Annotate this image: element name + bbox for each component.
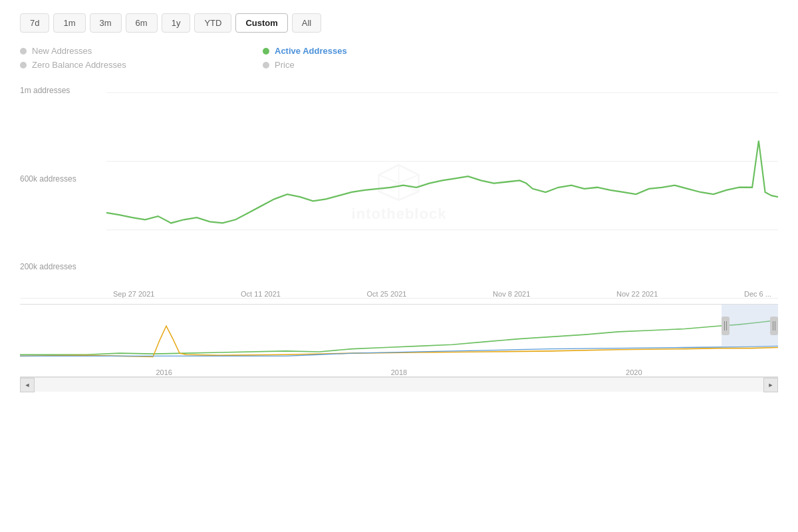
nav-handle-right[interactable] <box>770 317 778 335</box>
legend-dot-active-addresses <box>263 48 269 55</box>
y-label-1m: 1m addresses <box>20 86 76 95</box>
legend-label-zero-balance: Zero Balance Addresses <box>32 60 126 70</box>
chart-navigator[interactable]: 2016 2018 2020 <box>20 304 778 377</box>
legend-label-price: Price <box>275 60 295 70</box>
x-label-1: Oct 11 2021 <box>241 290 281 298</box>
y-label-200k: 200k addresses <box>20 262 76 271</box>
scroll-left-button[interactable]: ◄ <box>20 378 35 392</box>
nav-handle-left[interactable] <box>722 317 730 335</box>
btn-ytd[interactable]: YTD <box>194 13 231 33</box>
btn-1m[interactable]: 1m <box>53 13 85 33</box>
x-label-4: Nov 22 2021 <box>616 290 658 298</box>
time-range-selector: 7d 1m 3m 6m 1y YTD Custom All <box>20 13 778 33</box>
legend-new-addresses[interactable]: New Addresses <box>20 46 243 56</box>
nav-x-axis: 2016 2018 2020 <box>20 368 778 376</box>
x-label-5: Dec 6 ... <box>744 290 771 298</box>
y-label-600k: 600k addresses <box>20 174 76 184</box>
nav-x-label-2016: 2016 <box>156 368 172 376</box>
nav-x-label-2018: 2018 <box>391 368 407 376</box>
handle-line <box>726 321 727 331</box>
x-label-3: Nov 8 2021 <box>493 290 530 298</box>
handle-lines-left <box>724 321 727 331</box>
legend-zero-balance[interactable]: Zero Balance Addresses <box>20 60 243 70</box>
x-label-0: Sep 27 2021 <box>113 290 154 298</box>
btn-6m[interactable]: 6m <box>126 13 158 33</box>
nav-x-label-2020: 2020 <box>626 368 642 376</box>
nav-svg-container <box>20 305 778 362</box>
handle-line <box>773 321 773 331</box>
chart-svg-container <box>106 86 778 278</box>
handle-lines-right <box>773 321 775 331</box>
legend-dot-price <box>263 62 269 68</box>
btn-7d[interactable]: 7d <box>20 13 49 33</box>
handle-line <box>724 321 725 331</box>
legend-active-addresses[interactable]: Active Addresses <box>263 46 485 56</box>
scroll-bar: ◄ ► <box>20 377 778 392</box>
main-chart: 1m addresses 600k addresses 200k address… <box>20 86 778 299</box>
btn-1y[interactable]: 1y <box>162 13 191 33</box>
x-label-2: Oct 25 2021 <box>367 290 407 298</box>
btn-custom[interactable]: Custom <box>235 13 287 33</box>
scroll-right-button[interactable]: ► <box>763 378 778 392</box>
legend-label-active-addresses: Active Addresses <box>275 46 347 56</box>
legend-price[interactable]: Price <box>263 60 485 70</box>
x-axis: Sep 27 2021 Oct 11 2021 Oct 25 2021 Nov … <box>106 290 778 298</box>
btn-3m[interactable]: 3m <box>90 13 122 33</box>
y-axis: 1m addresses 600k addresses 200k address… <box>20 86 76 278</box>
legend-label-new-addresses: New Addresses <box>32 46 92 56</box>
legend-dot-new-addresses <box>20 48 27 55</box>
btn-all[interactable]: All <box>292 13 321 33</box>
scroll-track[interactable] <box>35 378 763 392</box>
legend-dot-zero-balance <box>20 62 27 68</box>
handle-line <box>775 321 775 331</box>
nav-selection-overlay[interactable] <box>722 305 778 347</box>
chart-legend: New Addresses Active Addresses Zero Bala… <box>20 46 485 70</box>
